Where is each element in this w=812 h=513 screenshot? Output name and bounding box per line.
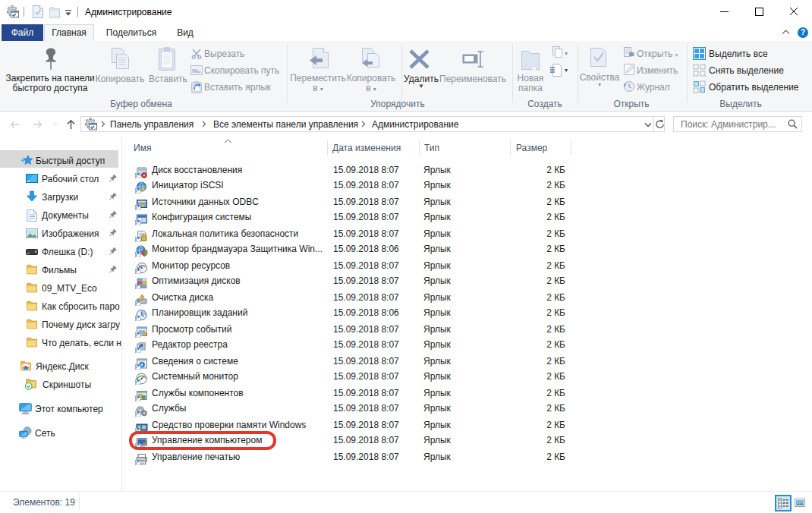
svg-text:?: ? — [801, 28, 805, 36]
svg-text:W: W — [192, 68, 198, 74]
